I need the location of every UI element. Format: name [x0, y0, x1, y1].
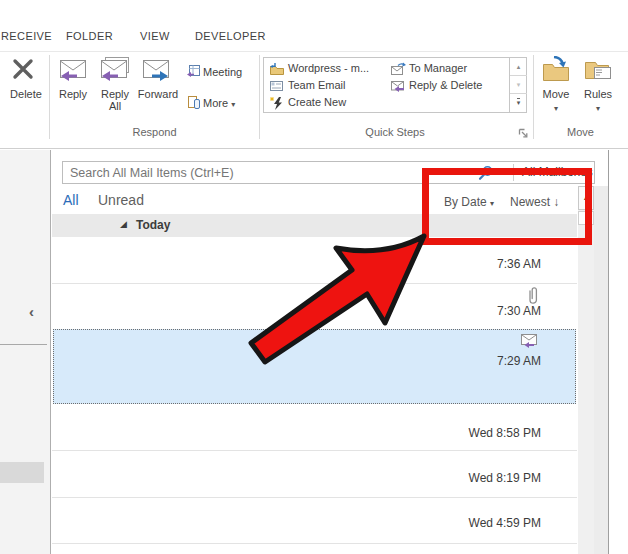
rules-folder-icon: [583, 56, 615, 84]
quick-steps-scroll: ▴ ▾ ▾: [509, 58, 527, 112]
selected-folder-highlight[interactable]: [0, 462, 44, 483]
tab-divider: [0, 51, 628, 52]
message-time: 7:36 AM: [451, 257, 541, 271]
filter-all[interactable]: All: [63, 192, 79, 208]
more-respond-icon: [186, 95, 201, 110]
envelope-reply-icon: [390, 79, 407, 93]
quick-steps-gallery: Wordpress - m... Team Email Create New: [263, 57, 527, 113]
sort-order-newest[interactable]: Newest ↓: [510, 195, 559, 209]
group-header-today[interactable]: ◢ Today: [52, 214, 577, 237]
move-group-label: Move: [533, 126, 628, 138]
divider: [513, 164, 514, 181]
replied-envelope-icon: [517, 331, 541, 351]
divider: [259, 55, 260, 139]
tab-send-receive[interactable]: RECEIVE: [1, 30, 52, 42]
scrollbar-thumb[interactable]: [578, 211, 594, 225]
meeting-icon: [186, 64, 201, 79]
message-time: Wed 4:59 PM: [451, 516, 541, 530]
divider: [0, 344, 47, 345]
chevron-down-icon: ▾: [576, 103, 620, 115]
folder-pane: ‹ nly) r only): [0, 150, 50, 554]
collapse-pane-icon[interactable]: ‹: [29, 303, 34, 320]
sort-by-date[interactable]: By Date ▾: [444, 195, 494, 209]
tab-developer[interactable]: DEVELOPER: [195, 30, 266, 42]
group-expanded-icon: ◢: [120, 219, 127, 229]
delete-x-icon: [11, 57, 35, 81]
quick-step-wordpress[interactable]: Wordpress - m...: [269, 61, 389, 78]
chevron-down-icon: ▾: [490, 199, 494, 208]
filter-unread[interactable]: Unread: [98, 192, 144, 208]
gallery-more-button[interactable]: ▾: [510, 94, 527, 112]
search-input[interactable]: [65, 163, 465, 182]
more-gallery-icon: ▾: [517, 98, 521, 105]
envelope-forward-icon: [390, 62, 407, 76]
outlook-window: RECEIVE FOLDER VIEW DEVELOPER Delete Rep…: [0, 0, 628, 554]
quick-step-to-manager[interactable]: To Manager: [390, 61, 505, 78]
more-label: More: [203, 97, 228, 109]
respond-group-label: Respond: [50, 126, 259, 138]
message-time: Wed 8:58 PM: [451, 426, 541, 440]
folder-arrow-icon: [269, 62, 285, 76]
attachment-icon: [526, 286, 540, 305]
chevron-down-icon: ▾: [587, 167, 591, 176]
scrollbar-gutter: [594, 186, 608, 554]
reading-pane-splitter[interactable]: [608, 150, 609, 554]
message-time: 7:30 AM: [451, 304, 541, 318]
search-icon[interactable]: [477, 165, 494, 182]
pane-splitter[interactable]: [50, 150, 51, 554]
quick-steps-dialog-launcher-icon[interactable]: [518, 128, 529, 139]
scrollbar-track[interactable]: [578, 186, 594, 554]
quick-step-create-new[interactable]: Create New: [269, 95, 389, 112]
quick-step-reply-delete[interactable]: Reply & Delete: [390, 78, 505, 95]
ribbon: RECEIVE FOLDER VIEW DEVELOPER Delete Rep…: [0, 0, 628, 149]
arrow-down-icon: ↓: [553, 195, 559, 209]
scrollbar-up-button[interactable]: ▲: [578, 186, 594, 210]
search-bar: All Mailboxes ▾: [62, 161, 595, 184]
quick-steps-group-label: Quick Steps: [263, 126, 527, 138]
reply-envelope-icon: [57, 58, 89, 84]
tab-folder[interactable]: FOLDER: [66, 30, 113, 42]
row-divider: [52, 543, 577, 544]
gallery-scroll-up-button[interactable]: ▴: [510, 58, 527, 76]
email-card-icon: [269, 79, 285, 93]
message-time: 7:29 AM: [451, 354, 541, 368]
search-scope-dropdown[interactable]: All Mailboxes: [522, 165, 593, 179]
reply-all-envelope-icon: [97, 56, 131, 84]
message-time: Wed 8:19 PM: [451, 471, 541, 485]
lightning-new-icon: [269, 96, 285, 111]
tab-view[interactable]: VIEW: [140, 30, 170, 42]
chevron-down-icon: ▾: [231, 100, 235, 109]
forward-envelope-icon: [140, 58, 172, 84]
move-folder-icon: [540, 56, 572, 84]
chevron-down-icon: ▾: [534, 103, 578, 115]
quick-step-team-email[interactable]: Team Email: [269, 78, 389, 95]
gallery-scroll-down-button[interactable]: ▾: [510, 76, 527, 94]
